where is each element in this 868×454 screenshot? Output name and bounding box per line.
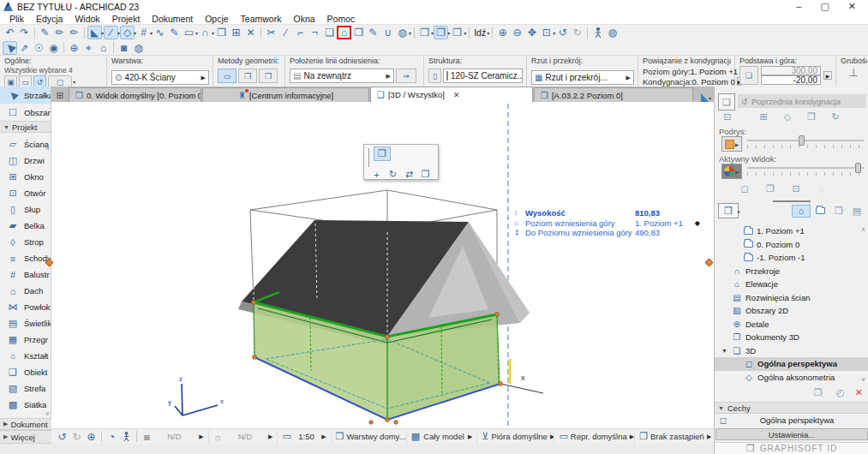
window-layout-3-icon[interactable]: ❐	[450, 26, 464, 39]
tree-item-story-0[interactable]: 0. Poziom 0	[715, 238, 868, 252]
clone-folder-icon[interactable]: ◴	[833, 386, 848, 399]
rotate-icon[interactable]: ↻	[385, 167, 401, 182]
tree-item-sections[interactable]: ∩Przekroje	[715, 265, 868, 278]
layer-field[interactable]: ⊙ 420-K Ściany ▶	[111, 70, 209, 85]
story-row[interactable]: Kondygnacja: 0. Poziom 0 ▶	[643, 76, 731, 87]
plan-field[interactable]: ▦ Rzut i przekrój... ▶	[531, 70, 634, 85]
trace-toggle-icon[interactable]: ❏	[718, 93, 735, 111]
project-chooser-icon[interactable]: ❒	[718, 203, 739, 218]
roof-wizard-icon-highlighted[interactable]: ⌂	[337, 26, 351, 39]
tool-morph[interactable]: ○Kształt	[0, 348, 51, 364]
tool-zone[interactable]: ▧Strefa	[0, 380, 51, 397]
go-menu[interactable]: Idź	[474, 27, 486, 38]
tool-skylight[interactable]: ▤Świetlik	[0, 315, 51, 332]
menu-widok[interactable]: Widok	[69, 14, 105, 24]
pet-palette[interactable]: ❒ + ↻ ⇄ ❐	[363, 144, 439, 180]
lock-icon[interactable]: ∩	[198, 26, 213, 39]
snap-points-icon[interactable]: ◇	[120, 26, 135, 39]
annotate-icon[interactable]: ✎	[366, 26, 380, 39]
graphisoft-id-bar[interactable]: ❐ GRAPHISOFT ID	[715, 442, 868, 454]
status-walk-icon[interactable]	[119, 430, 134, 444]
magic-wand-icon[interactable]: ∿	[153, 26, 167, 39]
tree-item-general-axonometry[interactable]: ◇Ogólna aksonometria	[715, 371, 868, 385]
tool-mesh[interactable]: ▩Siatka	[0, 397, 51, 413]
pens-field[interactable]: ⊻ Pióra domyślne▶	[477, 430, 554, 444]
status-rotate-right-icon[interactable]: ↻	[69, 430, 84, 444]
top-offset-field[interactable]: 300,00	[761, 66, 821, 75]
zoom-in-icon[interactable]: ⊕	[495, 26, 510, 39]
representation-field[interactable]: ▭ Repr. domyślna▶	[554, 430, 635, 444]
structure-field[interactable]: 120-SZ Ceramicz... ▶	[443, 69, 523, 83]
split-view-icon[interactable]: ⊡	[788, 182, 804, 195]
zoom-out-icon[interactable]: ⊖	[510, 26, 524, 39]
walk-person-icon[interactable]: ⇗	[17, 41, 32, 55]
tool-opening[interactable]: ⊡Otwór	[0, 185, 51, 201]
geometry-straight-icon[interactable]: ▭	[218, 69, 236, 83]
close-button[interactable]: ✕	[848, 1, 856, 12]
tab-layout[interactable]: ❒ [A.03.2.2 Poziom 0]	[534, 87, 693, 102]
marquee-edit-icon[interactable]: ❐	[351, 26, 366, 39]
top-level-row[interactable]: Poziom góry: 1. Poziom +1 (... ▶	[643, 66, 731, 76]
refline-field[interactable]: ▤ Na zewnątrz ▶	[290, 69, 394, 83]
toolbox-section-more[interactable]: ▶Więcej	[0, 430, 51, 444]
tree-scroll-up[interactable]: ∧	[861, 226, 865, 233]
group-icon[interactable]: ❐	[214, 26, 229, 39]
tree-item-story-1[interactable]: 1. Poziom +1	[715, 224, 868, 238]
speaker-person-icon[interactable]: ☉	[32, 41, 46, 55]
status-orbit-icon[interactable]: ◔	[105, 430, 119, 444]
walk-mode-icon[interactable]	[590, 26, 605, 39]
settings-button[interactable]: Ustawienia...	[715, 428, 868, 440]
base-offset-field[interactable]: -20,00	[761, 75, 821, 85]
tool-shell[interactable]: ⋈Powłok	[0, 299, 51, 315]
select-cursor-icon[interactable]: ▶	[3, 41, 17, 55]
delete-icon[interactable]: ✕	[855, 387, 863, 398]
guide-lines-icon[interactable]: ◣	[87, 26, 102, 39]
grid-snap-icon[interactable]: #	[136, 26, 151, 39]
tool-stair[interactable]: ≡Schody	[0, 250, 51, 266]
redo-icon[interactable]: ↷	[17, 26, 32, 39]
mirror-icon[interactable]: ⇄	[401, 167, 417, 182]
inject-parameters-icon[interactable]: ✏	[52, 26, 67, 39]
snap-guides-icon[interactable]: ∕	[104, 26, 118, 39]
status-rotate-left-icon[interactable]: ↺	[55, 430, 69, 444]
frame-icon[interactable]: ❏	[322, 26, 337, 39]
trace-move-icon[interactable]: ⊞	[756, 111, 771, 123]
panel-resize-handle[interactable]	[773, 200, 811, 202]
palette-drag-handle[interactable]	[368, 148, 369, 167]
camera-icon[interactable]: ◙	[117, 41, 131, 55]
tree-item-3d[interactable]: ▼❑3D	[715, 344, 868, 358]
vr-sphere-icon[interactable]: ◍	[131, 41, 146, 55]
pick-up-parameters-icon[interactable]: ✎	[38, 26, 52, 39]
rotate-view-icon[interactable]: ↺	[555, 26, 570, 39]
tree-item-interior-elevations[interactable]: ▤Rozwinięcia ścian	[715, 291, 868, 305]
model-filter-field[interactable]: ▩ Cały model▶	[407, 430, 478, 444]
scissors-icon[interactable]: ✂	[264, 26, 278, 39]
tool-curtain-wall[interactable]: ▦Przegr	[0, 332, 51, 348]
tool-slab[interactable]: ◊Strop	[0, 234, 51, 250]
menu-okna[interactable]: Okna	[287, 14, 320, 24]
tool-column[interactable]: ▯Słup	[0, 201, 51, 218]
fillet-icon[interactable]: ¬	[308, 26, 322, 39]
tree-item-story-minus1[interactable]: -1. Poziom -1	[715, 251, 868, 265]
cloud-share-icon[interactable]: ∪	[380, 26, 395, 39]
toolbox-section-document[interactable]: ▶Dokument	[0, 418, 51, 430]
base-top-expand[interactable]: ▶	[823, 71, 832, 80]
geometry-box-icon[interactable]: ❒	[259, 69, 278, 83]
camera-path-icon[interactable]: ⌖	[81, 41, 96, 55]
sun-field[interactable]: ☼ N/D▶	[209, 430, 278, 444]
trace-opacity-slider[interactable]	[747, 140, 864, 141]
tool-wall[interactable]: ▱Ściana	[0, 136, 51, 152]
active-view-slider[interactable]	[747, 167, 864, 169]
tab-close-icon[interactable]: ✕	[453, 91, 460, 99]
adjust-icon[interactable]: ⌐	[293, 26, 308, 39]
tree-item-general-perspective[interactable]: ◻Ogólna perspektywa	[715, 357, 868, 371]
tab-overview-grid-icon[interactable]: ⊞	[53, 88, 67, 102]
view-sphere-icon[interactable]: ⊕	[67, 41, 81, 55]
window-layout-1-icon[interactable]: ❐	[417, 26, 432, 39]
trace-rotate-icon[interactable]: ◇	[780, 111, 795, 123]
menu-projekt[interactable]: Projekt	[106, 14, 147, 24]
project-map-icon[interactable]: ⌂	[792, 205, 811, 218]
view-map-icon[interactable]	[811, 205, 829, 218]
trace-reference-bar[interactable]: ↺ Poprzednia kondygnacja	[738, 94, 866, 108]
toolbox-scroll-up[interactable]: ∧	[45, 145, 50, 152]
